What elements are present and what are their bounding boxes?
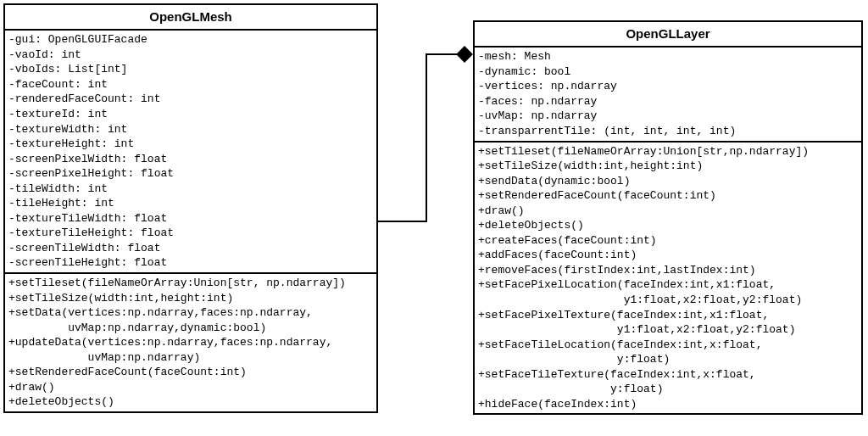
op: +setTileSize(width:int,height:int) <box>478 159 858 174</box>
attr: -tileWidth: int <box>8 182 373 197</box>
class-title: OpenGLMesh <box>5 5 376 31</box>
connector-v <box>426 53 427 222</box>
attr: -textureHeight: int <box>8 137 373 152</box>
attr: -screenTileWidth: float <box>8 241 373 256</box>
op: +setFaceTileTexture(faceIndex:int,x:floa… <box>478 367 858 383</box>
operations-section: +setTileset(fileNameOrArray:Union[str, n… <box>5 274 376 411</box>
op: +setTileset(fileNameOrArray:Union[str, n… <box>8 276 373 291</box>
attr: -tileHeight: int <box>8 196 373 211</box>
op: +setRenderedFaceCount(faceCount:int) <box>478 188 858 204</box>
op: +setFacePixelLocation(faceIndex:int,x1:f… <box>478 277 858 293</box>
attr: -textureTileWidth: float <box>8 211 373 226</box>
op: +setRenderedFaceCount(faceCount:int) <box>8 365 373 380</box>
connector-h1 <box>378 221 427 222</box>
attr: -uvMap: np.ndarray <box>478 109 858 124</box>
op: +setFacePixelTexture(faceIndex:int,x1:fl… <box>478 308 858 323</box>
op: +draw() <box>478 204 858 219</box>
attr: -renderedFaceCount: int <box>8 92 373 107</box>
op: y1:float,x2:float,y2:float) <box>478 293 858 308</box>
op: +removeFaces(firstIndex:int,lastIndex:in… <box>478 263 858 278</box>
op: y:float) <box>478 382 858 397</box>
op: uvMap:np.ndarray) <box>8 350 373 366</box>
op: +setTileSize(width:int,height:int) <box>8 291 373 306</box>
composition-diamond-icon <box>456 46 473 63</box>
op: +setFaceTileLocation(faceIndex:int,x:flo… <box>478 338 858 353</box>
op: +addFaces(faceCount:int) <box>478 248 858 263</box>
attr: -screenPixelHeight: float <box>8 166 373 182</box>
op: +setData(vertices:np.ndarray,faces:np.nd… <box>8 305 373 321</box>
op: uvMap:np.ndarray,dynamic:bool) <box>8 321 373 336</box>
op: +updateData(vertices:np.ndarray,faces:np… <box>8 335 373 350</box>
attr: -vaoId: int <box>8 48 373 63</box>
op: +deleteObjects() <box>8 394 373 410</box>
connector-h2 <box>426 53 458 55</box>
attr: -screenTileHeight: float <box>8 255 373 271</box>
attr: -textureId: int <box>8 107 373 122</box>
uml-class-opengllayer: OpenGLLayer -mesh: Mesh -dynamic: bool -… <box>473 20 863 415</box>
op: +hideFace(faceIndex:int) <box>478 397 858 412</box>
op: y1:float,x2:float,y2:float) <box>478 322 858 338</box>
attributes-section: -mesh: Mesh -dynamic: bool -vertices: np… <box>475 48 861 142</box>
class-title: OpenGLLayer <box>475 22 861 48</box>
op: y:float) <box>478 352 858 367</box>
attr: -vboIds: List[int] <box>8 62 373 77</box>
op: +setTileset(fileNameOrArray:Union[str,np… <box>478 144 858 159</box>
attr: -dynamic: bool <box>478 64 858 80</box>
attr: -screenPixelWidth: float <box>8 152 373 167</box>
attributes-section: -gui: OpenGLGUIFacade -vaoId: int -vboId… <box>5 31 376 274</box>
attr: -textureWidth: int <box>8 122 373 137</box>
op: +sendData(dynamic:bool) <box>478 174 858 189</box>
attr: -faces: np.ndarray <box>478 94 858 109</box>
op: +deleteObjects() <box>478 218 858 233</box>
operations-section: +setTileset(fileNameOrArray:Union[str,np… <box>475 143 861 414</box>
attr: -textureTileHeight: float <box>8 226 373 241</box>
uml-class-openglmesh: OpenGLMesh -gui: OpenGLGUIFacade -vaoId:… <box>3 3 378 413</box>
op: +draw() <box>8 380 373 395</box>
attr: -vertices: np.ndarray <box>478 79 858 94</box>
attr: -transparrentTile: (int, int, int, int) <box>478 124 858 139</box>
op: +createFaces(faceCount:int) <box>478 233 858 249</box>
attr: -gui: OpenGLGUIFacade <box>8 32 373 48</box>
attr: -mesh: Mesh <box>478 49 858 64</box>
attr: -faceCount: int <box>8 77 373 92</box>
